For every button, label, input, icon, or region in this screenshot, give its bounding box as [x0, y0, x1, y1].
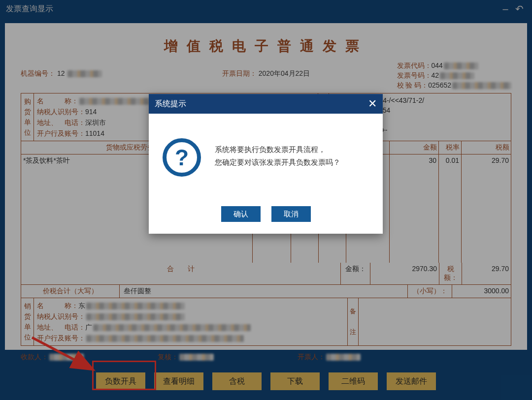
confirm-dialog: 系统提示 ✕ 系统将要执行负数发票开具流程， 您确定要对该张发票开具负数发票吗？… — [149, 94, 383, 234]
dialog-title: 系统提示 — [155, 99, 186, 109]
confirm-button[interactable]: 确认 — [221, 206, 261, 222]
close-icon[interactable]: ✕ — [368, 98, 377, 109]
cancel-button[interactable]: 取消 — [271, 206, 311, 222]
dialog-message: 系统将要执行负数发票开具流程， 您确定要对该张发票开具负数发票吗？ — [215, 138, 340, 169]
dialog-header: 系统提示 ✕ — [149, 94, 383, 114]
question-icon — [163, 138, 201, 177]
